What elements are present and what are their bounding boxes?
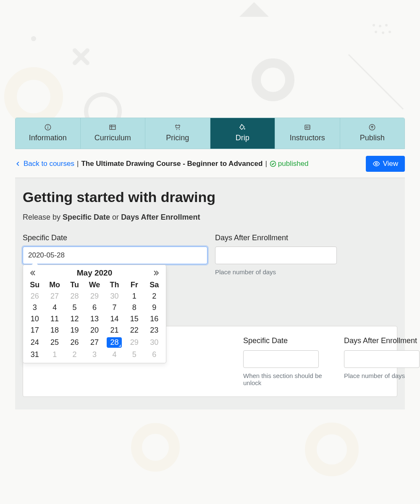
- drip-panel: Getting started with drawing Release by …: [15, 178, 405, 410]
- weekday-header: Th: [105, 279, 124, 291]
- section-specific-date-input[interactable]: [243, 350, 319, 368]
- datepicker-day[interactable]: 28: [65, 291, 84, 302]
- datepicker-day[interactable]: 4: [45, 302, 64, 313]
- datepicker-day[interactable]: 9: [144, 302, 164, 313]
- svg-point-25: [47, 126, 48, 126]
- view-button[interactable]: View: [366, 156, 405, 172]
- datepicker-grid: SuMoTuWeThFrSa 2627282930123456789101112…: [25, 279, 164, 360]
- tab-information[interactable]: Information: [16, 118, 81, 149]
- course-title: The Ultimate Drawing Course - Beginner t…: [81, 160, 262, 168]
- datepicker-day[interactable]: 2: [144, 291, 164, 302]
- section-specific-date-col: Specific Date When this section should b…: [243, 336, 327, 386]
- datepicker-day[interactable]: 23: [144, 325, 164, 336]
- datepicker-day[interactable]: 13: [84, 313, 104, 325]
- svg-point-30: [178, 129, 179, 130]
- datepicker-day[interactable]: 26: [65, 336, 84, 349]
- eye-icon: [373, 160, 380, 168]
- tab-label: Publish: [360, 134, 385, 142]
- fill-icon: [239, 123, 246, 131]
- datepicker-day[interactable]: 10: [25, 313, 45, 325]
- section-days-label: Days After Enrollment: [344, 336, 420, 345]
- info-icon: [44, 123, 52, 131]
- days-after-label: Days After Enrollment: [215, 234, 337, 242]
- datepicker-day[interactable]: 15: [124, 313, 144, 325]
- svg-point-3: [311, 428, 353, 470]
- datepicker-day[interactable]: 1: [124, 291, 144, 302]
- specific-date-col: Specific Date May 2020 SuMoTuWeTh: [23, 234, 207, 276]
- datepicker-day[interactable]: 31: [25, 349, 45, 360]
- datepicker-day[interactable]: 25: [45, 336, 64, 349]
- tab-curriculum[interactable]: Curriculum: [81, 118, 146, 149]
- datepicker-day[interactable]: 20: [84, 325, 104, 336]
- datepicker-day[interactable]: 16: [144, 313, 164, 325]
- svg-point-29: [176, 129, 177, 130]
- chevron-double-right-icon: [153, 270, 160, 276]
- datepicker-day[interactable]: 1: [45, 349, 64, 360]
- datepicker-day[interactable]: 30: [144, 336, 164, 349]
- course-tabs: InformationCurriculumPricingDripInstruct…: [15, 118, 405, 149]
- datepicker-day[interactable]: 24: [25, 336, 45, 349]
- datepicker-prev-button[interactable]: [28, 268, 37, 278]
- datepicker-day[interactable]: 26: [25, 291, 45, 302]
- datepicker-day[interactable]: 6: [84, 302, 104, 313]
- weekday-header: Sa: [144, 279, 164, 291]
- datepicker-day[interactable]: 29: [84, 291, 104, 302]
- tab-pricing[interactable]: Pricing: [145, 118, 210, 149]
- datepicker-day[interactable]: 28: [105, 336, 124, 349]
- datepicker-day[interactable]: 3: [84, 349, 104, 360]
- section-specific-date-helper: When this section should be unlock: [243, 372, 327, 386]
- tab-label: Instructors: [290, 134, 325, 142]
- status-badge: published: [270, 160, 309, 168]
- svg-point-33: [244, 128, 245, 129]
- datepicker-day[interactable]: 11: [45, 313, 64, 325]
- datepicker-day[interactable]: 22: [124, 325, 144, 336]
- section-days-helper: Place number of days: [344, 372, 420, 379]
- table-icon: [109, 123, 116, 131]
- chevron-double-left-icon: [29, 270, 36, 276]
- datepicker-day[interactable]: 17: [25, 325, 45, 336]
- cart-icon: [174, 123, 181, 131]
- datepicker-day[interactable]: 3: [25, 302, 45, 313]
- svg-point-40: [375, 163, 378, 165]
- datepicker-day[interactable]: 7: [105, 302, 124, 313]
- tab-label: Pricing: [166, 134, 189, 142]
- datepicker-day[interactable]: 18: [45, 325, 64, 336]
- datepicker-day[interactable]: 12: [65, 313, 84, 325]
- datepicker-day[interactable]: 27: [45, 291, 64, 302]
- check-circle-icon: [270, 160, 276, 167]
- datepicker-day[interactable]: 29: [124, 336, 144, 349]
- weekday-header: We: [84, 279, 104, 291]
- days-after-col: Days After Enrollment Place number of da…: [215, 234, 337, 276]
- tab-drip[interactable]: Drip: [210, 118, 276, 149]
- datepicker-day[interactable]: 21: [105, 325, 124, 336]
- datepicker-day[interactable]: 27: [84, 336, 104, 349]
- datepicker-day[interactable]: 6: [144, 349, 164, 360]
- datepicker-day[interactable]: 2: [65, 349, 84, 360]
- separator: |: [77, 160, 79, 168]
- section-days-col: Days After Enrollment Place number of da…: [344, 336, 420, 386]
- datepicker-day[interactable]: 19: [65, 325, 84, 336]
- datepicker-day[interactable]: 14: [105, 313, 124, 325]
- svg-rect-26: [110, 125, 116, 130]
- section-specific-date-label: Specific Date: [243, 336, 327, 345]
- datepicker-day[interactable]: 5: [124, 349, 144, 360]
- section-days-input[interactable]: [344, 350, 420, 368]
- tab-instructors[interactable]: Instructors: [275, 118, 340, 149]
- back-to-courses-link[interactable]: Back to courses: [15, 160, 74, 168]
- datepicker-day[interactable]: 30: [105, 291, 124, 302]
- breadcrumb-row: Back to courses | The Ultimate Drawing C…: [15, 149, 405, 178]
- svg-point-2: [136, 428, 174, 466]
- weekday-header: Mo: [45, 279, 64, 291]
- chevron-left-icon: [15, 161, 21, 167]
- tab-publish[interactable]: Publish: [340, 118, 405, 149]
- datepicker-day[interactable]: 5: [65, 302, 84, 313]
- weekday-header: Tu: [65, 279, 84, 291]
- status-label: published: [278, 160, 309, 168]
- datepicker-next-button[interactable]: [152, 268, 161, 278]
- days-after-input[interactable]: [215, 247, 337, 264]
- datepicker-day[interactable]: 4: [105, 349, 124, 360]
- datepicker-title[interactable]: May 2020: [77, 268, 113, 278]
- tab-label: Curriculum: [94, 134, 131, 142]
- specific-date-input[interactable]: [23, 247, 207, 264]
- datepicker-day[interactable]: 8: [124, 302, 144, 313]
